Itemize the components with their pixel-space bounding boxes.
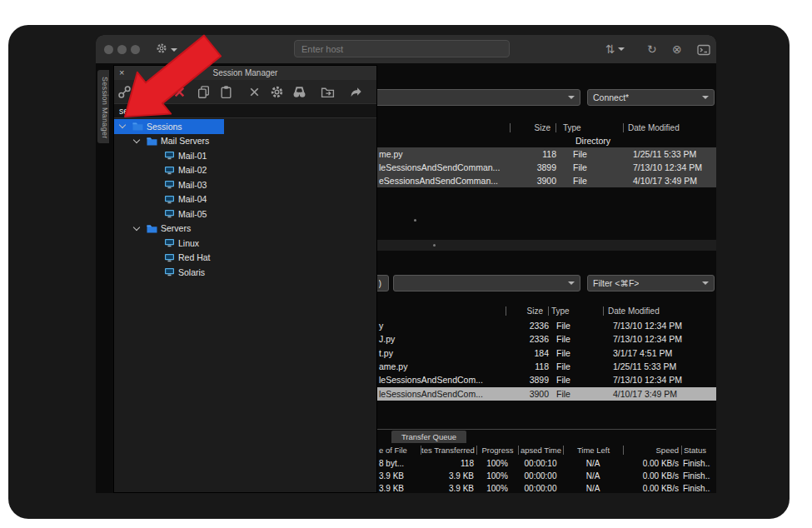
tq-header-file[interactable]: e of File [377,446,421,455]
copy-icon[interactable] [197,85,211,99]
local-file-row[interactable]: ame.py 118 File 1/25/11 5:33 PM [377,360,716,373]
transfer-row[interactable]: 3.9 KB 3.9 KB 100% 00:00:00 N/A 0.00 KB/… [377,470,716,482]
filter-dropdown[interactable]: Filter <⌘F> [587,275,715,291]
tree-item-solaris[interactable]: Solaris [114,265,376,280]
size-column-header[interactable]: Size [510,123,555,132]
refresh-button[interactable]: ↻ [647,41,657,57]
chevron-down-icon [568,96,575,99]
remote-file-header[interactable]: Size Type Date Modified [377,122,716,134]
session-tree: Sessions Mail Servers Mail-01 Mail-02 Ma… [114,119,376,280]
tree-item-linux[interactable]: Linux [114,236,376,251]
tq-header-speed[interactable]: Speed [623,446,681,455]
expand-chevron-icon[interactable] [133,137,140,143]
tree-item-mail-servers[interactable]: Mail Servers [114,134,376,149]
transfer-queue-tab[interactable]: Transfer Queue [391,431,466,443]
tq-header-elapsed[interactable]: apsed Time [518,446,563,455]
tq-header-progress[interactable]: Progress [476,446,518,455]
transfer-queue-header[interactable]: e of File tes Transferred Progress apsed… [377,444,716,456]
local-file-row-selected[interactable]: leSessionsAndSendCom... 3900 File 4/10/1… [377,387,716,401]
tree-item-mail-02[interactable]: Mail-02 [114,163,376,178]
traffic-light-minimize-button[interactable] [117,45,127,54]
local-file-row[interactable]: y 2336 File 7/13/10 12:34 PM [377,319,716,332]
tq-header-status[interactable]: Status [681,446,710,455]
tq-speed-cell: 0.00 KB/s [623,484,681,493]
delete-icon[interactable] [172,85,187,99]
file-name-cell: y [377,321,511,331]
tree-item-label: Mail-04 [178,194,207,204]
tree-item-red-hat[interactable]: Red Hat [114,251,376,266]
file-date-cell: 1/25/11 5:33 PM [629,149,716,159]
session-manager-toolbar [114,80,376,103]
tq-header-timeleft[interactable]: Time Left [563,446,623,455]
session-icon [164,180,175,189]
tree-item-mail-05[interactable]: Mail-05 [114,207,376,222]
local-file-header[interactable]: Size Type Date Modified [377,305,716,317]
transfer-row[interactable]: 8 byt... 118 100% 00:00:10 N/A 0.00 KB/s… [377,457,716,470]
paste-icon[interactable] [219,85,233,99]
local-file-row[interactable]: t.py 184 File 3/1/17 4:51 PM [377,346,716,360]
session-icon [164,209,175,218]
parent-directory-row[interactable]: Directory [377,134,716,147]
remote-path-combo[interactable] [346,89,580,106]
remote-file-row[interactable]: me.py 118 File 1/25/11 5:33 PM [377,147,716,161]
file-date-cell: 7/13/10 12:34 PM [629,162,716,172]
session-filter-input[interactable] [114,103,376,118]
date-column-header[interactable]: Date Modified [623,123,710,132]
tq-header-bytes[interactable]: tes Transferred [421,446,476,455]
new-folder-icon[interactable] [321,85,335,99]
tree-item-label: Mail-05 [178,209,207,219]
file-type-cell: File [554,361,609,371]
tq-progress-cell: 100% [476,471,518,481]
pane-splitter[interactable] [377,240,716,251]
expand-chevron-icon[interactable] [133,224,140,231]
file-date-cell: 4/10/17 3:49 PM [609,389,716,399]
host-input[interactable] [294,40,510,57]
session-icon [164,151,175,160]
date-column-header[interactable]: Date Modified [603,306,710,316]
transfer-row[interactable]: 3.9 KB 3.9 KB 100% 00:00:00 N/A 0.00 KB/… [377,482,716,493]
tq-progress-cell: 100% [476,484,518,493]
type-column-header[interactable]: Type [555,123,623,132]
refresh-icon: ↻ [647,41,657,57]
disconnect-button[interactable]: ⊗ [672,41,682,57]
connect-dropdown[interactable]: Connect* [587,89,715,106]
connect-icon[interactable] [117,85,132,99]
terminal-button[interactable] [697,43,710,60]
local-file-row[interactable]: J.py 2336 File 7/13/10 12:34 PM [377,332,716,346]
session-manager-panel: × Session Manager [113,65,377,493]
close-icon[interactable] [247,85,262,99]
local-path-combo[interactable] [393,275,580,291]
device-frame: ⇅ ↻ ⊗ Connect* Size Type Date Modified [8,25,790,519]
tree-item-mail-01[interactable]: Mail-01 [114,148,376,163]
share-arrow-icon[interactable] [349,85,363,99]
session-icon [164,267,175,276]
file-name-cell: J.py [377,334,511,344]
panel-close-button[interactable]: × [119,68,124,77]
tq-elapsed-cell: 00:00:00 [518,471,563,481]
session-manager-tab[interactable]: Session Manager [97,70,109,143]
find-binoculars-icon[interactable] [292,85,306,99]
file-type-cell: File [561,149,629,159]
tree-item-sessions[interactable]: Sessions [114,119,376,134]
remote-file-row[interactable]: eSessionsAndSendComman... 3900 File 4/10… [377,174,716,187]
tq-timeleft-cell: N/A [563,459,623,468]
folder-icon [147,224,157,233]
size-column-header[interactable]: Size [506,306,548,316]
traffic-light-close-button[interactable] [104,45,113,54]
expand-chevron-icon[interactable] [119,122,126,128]
file-type-cell: File [561,176,629,186]
local-file-row[interactable]: leSessionsAndSendCom... 3899 File 7/13/1… [377,373,716,386]
tree-item-servers[interactable]: Servers [114,222,376,237]
tree-item-mail-04[interactable]: Mail-04 [114,192,376,207]
settings-menu-button[interactable] [156,42,177,57]
new-session-icon[interactable] [147,85,161,99]
sort-menu-button[interactable]: ⇅ [605,41,625,57]
remote-file-row[interactable]: leSessionsAndSendComman... 3899 File 7/1… [377,161,716,174]
tree-item-mail-03[interactable]: Mail-03 [114,177,376,192]
tq-status-cell: Finish... [681,459,710,468]
properties-gear-icon[interactable] [270,85,284,99]
file-name-cell: leSessionsAndSendComman... [377,162,516,172]
file-name-cell: t.py [377,348,511,358]
traffic-light-zoom-button[interactable] [131,45,140,54]
type-column-header[interactable]: Type [548,306,603,316]
